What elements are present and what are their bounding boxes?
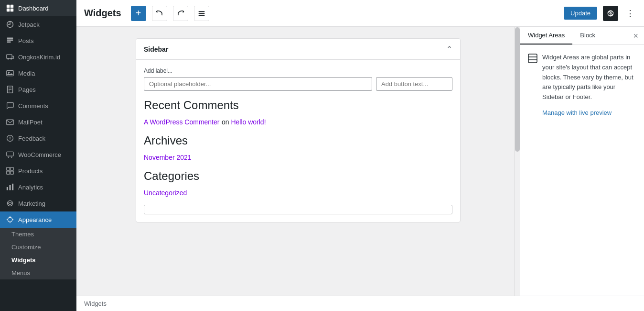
woocommerce-icon [6, 150, 14, 159]
submenu-item-widgets[interactable]: Widgets [0, 254, 76, 267]
widget-areas-content: Widget Areas are global parts in your si… [528, 53, 636, 117]
ongkoskirim-icon [6, 53, 14, 61]
panel-body: Add label... Recent Comments A WordPress… [136, 60, 460, 222]
tab-widget-areas[interactable]: Widget Areas [520, 27, 572, 44]
footer-label: Widgets [84, 300, 107, 307]
sidebar-item-woocommerce[interactable]: WooCommerce [0, 146, 76, 163]
svg-point-20 [10, 139, 11, 140]
panel-collapse-button[interactable]: ⌃ [446, 44, 452, 54]
main-content: Widgets + Update ⋮ Sidebar ⌃ [76, 0, 644, 311]
sidebar-item-dashboard[interactable]: Dashboard [0, 0, 76, 16]
analytics-icon [6, 183, 14, 191]
svg-point-12 [8, 72, 10, 73]
add-block-button[interactable]: + [131, 6, 146, 21]
svg-rect-34 [198, 13, 204, 14]
right-panel-body: Widget Areas are global parts in your si… [520, 45, 644, 296]
sidebar-item-feedback[interactable]: Feedback [0, 130, 76, 146]
svg-rect-36 [528, 54, 537, 63]
archive-link[interactable]: November 2021 [144, 154, 192, 161]
tab-block[interactable]: Block [572, 27, 603, 44]
undo-button[interactable] [152, 6, 167, 21]
page-title: Widgets [84, 8, 121, 19]
sidebar-widget-panel: Sidebar ⌃ Add label... Recent Comments A… [136, 38, 461, 222]
close-panel-button[interactable]: × [627, 28, 644, 44]
widget-areas-icon [528, 54, 537, 65]
category-link[interactable]: Uncategorized [144, 189, 187, 197]
svg-rect-1 [11, 5, 13, 8]
jetpack-icon [6, 20, 14, 29]
redo-button[interactable] [173, 6, 188, 21]
appearance-submenu: Themes Customize Widgets Menus [0, 228, 76, 279]
sidebar-label-products: Products [18, 167, 43, 175]
svg-rect-2 [7, 9, 10, 11]
page-header: Widgets + Update ⋮ [76, 0, 644, 27]
svg-rect-17 [7, 120, 13, 124]
sidebar-label-woocommerce: WooCommerce [18, 151, 61, 158]
sidebar: Dashboard Jetpack Posts OngkosKirim.id M… [0, 0, 76, 311]
svg-rect-27 [11, 171, 13, 174]
svg-point-23 [11, 156, 12, 157]
svg-rect-7 [7, 42, 11, 43]
gear-icon [607, 10, 614, 17]
sidebar-label-mailpoet: MailPoet [18, 119, 43, 126]
sidebar-item-mailpoet[interactable]: MailPoet [0, 114, 76, 130]
widget-areas-description: Widget Areas are global parts in your si… [542, 53, 636, 102]
list-view-button[interactable] [194, 6, 209, 21]
feedback-icon [6, 134, 14, 143]
sidebar-item-ongkoskirim[interactable]: OngkosKirim.id [0, 49, 76, 65]
more-options-button[interactable]: ⋮ [624, 6, 636, 21]
recent-comments-title: Recent Comments [144, 99, 452, 112]
svg-rect-3 [11, 9, 13, 11]
post-link[interactable]: Hello world! [231, 118, 266, 126]
svg-rect-21 [7, 152, 13, 156]
sidebar-item-pages[interactable]: Pages [0, 81, 76, 98]
sidebar-item-media[interactable]: Media [0, 65, 76, 81]
svg-rect-35 [198, 15, 204, 16]
right-panel: Widget Areas Block × Widget Areas ar [520, 27, 644, 296]
update-button[interactable]: Update [564, 7, 597, 20]
list-icon [198, 10, 205, 17]
archives-title: Archives [144, 134, 452, 147]
svg-rect-8 [7, 55, 12, 58]
submenu-item-themes[interactable]: Themes [0, 228, 76, 241]
sidebar-item-appearance[interactable]: Appearance [0, 211, 76, 228]
scrollbar-track[interactable] [514, 27, 520, 296]
sidebar-item-comments[interactable]: Comments [0, 98, 76, 114]
comments-icon [6, 101, 14, 110]
sidebar-item-posts[interactable]: Posts [0, 33, 76, 49]
comment-item: A WordPress Commenter on Hello world! [144, 118, 452, 126]
widget-areas-text: Widget Areas are global parts in your si… [542, 53, 636, 117]
block-placeholder [144, 205, 452, 214]
sidebar-item-products[interactable]: Products [0, 163, 76, 179]
svg-rect-26 [7, 171, 10, 174]
sidebar-item-analytics[interactable]: Analytics [0, 179, 76, 195]
add-label-text: Add label... [144, 67, 452, 74]
sidebar-label-analytics: Analytics [18, 184, 43, 191]
svg-point-9 [7, 58, 9, 59]
sidebar-item-marketing[interactable]: Marketing [0, 195, 76, 211]
svg-rect-0 [7, 5, 10, 8]
button-text-input[interactable] [376, 77, 452, 91]
sidebar-label-pages: Pages [18, 86, 36, 93]
panel-title: Sidebar [144, 45, 168, 53]
svg-rect-29 [9, 185, 11, 190]
pages-icon [6, 85, 14, 94]
svg-rect-28 [7, 187, 8, 190]
content-area: Sidebar ⌃ Add label... Recent Comments A… [76, 27, 644, 296]
sidebar-label-ongkoskirim: OngkosKirim.id [18, 54, 60, 61]
commenter-link[interactable]: A WordPress Commenter [144, 118, 219, 126]
sidebar-label-appearance: Appearance [18, 216, 52, 223]
sidebar-item-jetpack[interactable]: Jetpack [0, 16, 76, 33]
mailpoet-icon [6, 118, 14, 126]
scrollbar-thumb[interactable] [515, 27, 520, 152]
marketing-icon [6, 199, 14, 208]
sidebar-label-media: Media [18, 70, 35, 77]
submenu-item-menus[interactable]: Menus [0, 267, 76, 279]
widget-editor[interactable]: Sidebar ⌃ Add label... Recent Comments A… [76, 27, 520, 296]
submenu-item-customize[interactable]: Customize [0, 241, 76, 254]
svg-point-32 [8, 217, 12, 222]
panel-header: Sidebar ⌃ [136, 39, 460, 60]
settings-button[interactable] [603, 6, 618, 21]
manage-preview-link[interactable]: Manage with live preview [542, 109, 612, 116]
placeholder-input[interactable] [144, 77, 372, 91]
